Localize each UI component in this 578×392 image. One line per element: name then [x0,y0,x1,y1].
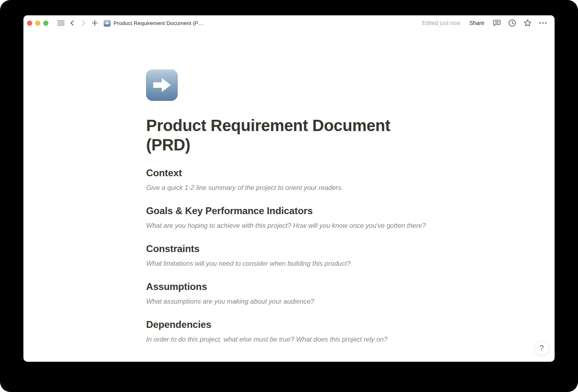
history-clock-icon [508,19,516,27]
page-scroll-area[interactable]: Product Requirement Document (PRD) Conte… [23,31,555,362]
right-arrow-emoji-icon [104,20,111,27]
section-heading[interactable]: Constraints [146,243,432,255]
section-dependencies: Dependencies In order to do this project… [146,319,432,344]
favorite-button[interactable] [521,17,534,29]
page-content: Product Requirement Document (PRD) Conte… [146,31,432,344]
notion-app-window: Product Requirement Document (P… Edited … [23,15,555,362]
more-options-button[interactable] [537,17,549,29]
section-hint[interactable]: What limitations will you need to consid… [146,259,432,268]
section-context: Context Give a quick 1-2 line summary of… [146,167,432,192]
close-window-button[interactable] [27,21,32,26]
page-icon-right-arrow-emoji[interactable] [146,69,178,101]
section-hint[interactable]: What are you hoping to achieve with this… [146,221,432,230]
section-hint[interactable]: In order to do this project, what else m… [146,334,432,344]
section-goals-kpis: Goals & Key Performance Indicators What … [146,205,432,230]
help-button[interactable]: ? [534,341,549,355]
section-heading[interactable]: Goals & Key Performance Indicators [146,205,432,217]
section-heading[interactable]: Context [146,167,432,179]
desktop-background: Product Requirement Document (P… Edited … [0,0,578,392]
chevron-left-icon [69,20,75,26]
new-tab-button[interactable] [89,17,101,29]
section-hint[interactable]: Give a quick 1-2 line summary of the pro… [146,183,432,192]
star-icon [524,19,532,27]
share-button[interactable]: Share [466,19,488,27]
sidebar-toggle-button[interactable] [55,17,67,29]
page-title[interactable]: Product Requirement Document (PRD) [146,116,432,154]
section-assumptions: Assumptions What assumptions are you mak… [146,281,432,306]
minimize-window-button[interactable] [35,21,40,26]
zoom-window-button[interactable] [43,21,48,26]
titlebar-actions: Edited just now Share [422,17,549,29]
section-constraints: Constraints What limitations will you ne… [146,243,432,268]
edited-status: Edited just now [422,20,461,26]
titlebar: Product Requirement Document (P… Edited … [23,15,555,31]
nav-controls [55,17,101,29]
comment-icon [493,19,501,27]
back-button[interactable] [67,17,78,29]
hamburger-menu-icon [57,20,65,26]
more-ellipsis-icon [539,22,547,24]
tab-title: Product Requirement Document (P… [113,20,204,26]
section-heading[interactable]: Dependencies [146,319,432,331]
chevron-right-icon [80,20,87,26]
plus-icon [92,20,98,26]
active-tab[interactable]: Product Requirement Document (P… [104,20,204,27]
forward-button[interactable] [78,17,89,29]
traffic-lights [27,21,48,26]
section-heading[interactable]: Assumptions [146,281,432,293]
updates-history-button[interactable] [506,17,518,29]
section-hint[interactable]: What assumptions are you making about yo… [146,296,432,306]
comments-button[interactable] [491,17,503,29]
